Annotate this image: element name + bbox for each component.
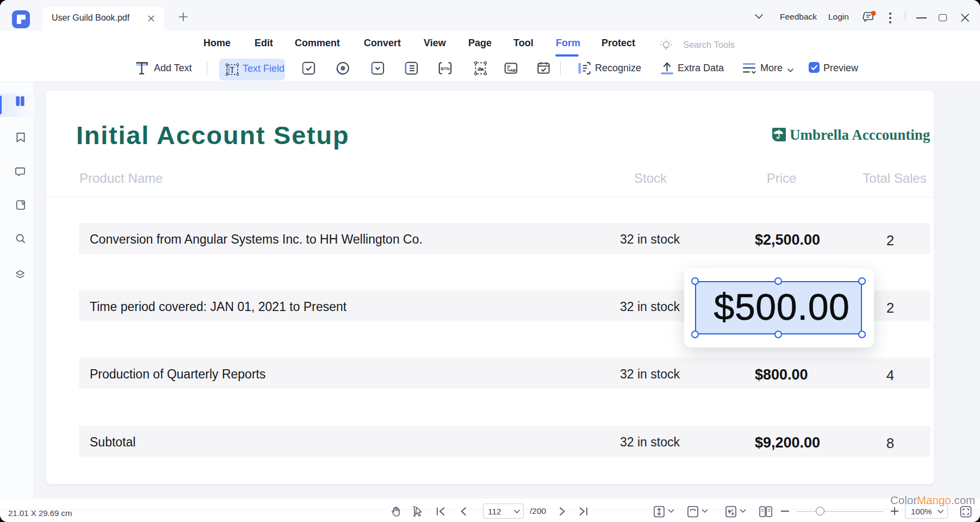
svg-text:BTN: BTN: [441, 66, 449, 71]
